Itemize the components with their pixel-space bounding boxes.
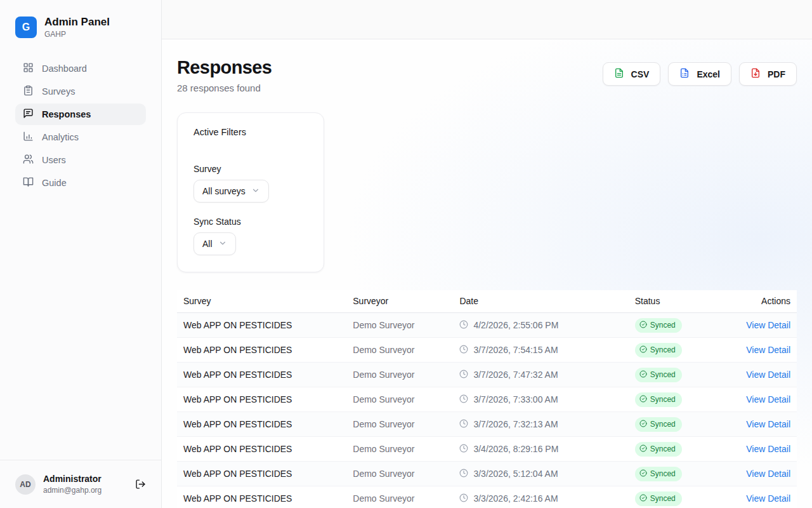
view-detail-link[interactable]: View Detail — [746, 320, 790, 330]
sidebar-item-analytics[interactable]: Analytics — [15, 126, 146, 148]
sidebar-item-label: Users — [42, 155, 66, 165]
column-header-actions: Actions — [737, 290, 797, 313]
user-section: AD Administrator admin@gahp.org — [0, 460, 161, 508]
survey-filter-label: Survey — [193, 164, 308, 174]
table-row: Web APP ON PESTICIDES Demo Surveyor 4/2/… — [177, 313, 797, 338]
surveyor-name: Demo Surveyor — [346, 313, 453, 338]
view-detail-link[interactable]: View Detail — [746, 394, 790, 404]
survey-name: Web APP ON PESTICIDES — [177, 412, 346, 437]
export-buttons: CSV Excel PDF — [603, 62, 797, 86]
topbar — [162, 0, 812, 39]
sidebar-item-surveys[interactable]: Surveys — [15, 81, 146, 102]
sidebar-item-guide[interactable]: Guide — [15, 172, 146, 194]
table-row: Web APP ON PESTICIDES Demo Surveyor 3/7/… — [177, 338, 797, 363]
table-row: Web APP ON PESTICIDES Demo Surveyor 3/7/… — [177, 387, 797, 412]
clock-icon — [459, 345, 468, 356]
check-circle-icon — [639, 420, 647, 429]
check-circle-icon — [639, 494, 647, 504]
sidebar-item-users[interactable]: Users — [15, 149, 146, 171]
status-badge: Synced — [635, 318, 682, 333]
check-circle-icon — [639, 395, 647, 404]
response-date: 3/7/2026, 7:33:00 AM — [473, 394, 558, 404]
clock-icon — [459, 444, 468, 455]
response-date: 3/3/2026, 2:42:16 AM — [473, 493, 558, 504]
results-count: 28 responses found — [177, 83, 272, 93]
view-detail-link[interactable]: View Detail — [746, 345, 790, 355]
clock-icon — [459, 469, 468, 479]
surveyor-name: Demo Surveyor — [346, 486, 453, 508]
view-detail-link[interactable]: View Detail — [746, 370, 790, 380]
export-excel-button[interactable]: Excel — [668, 62, 731, 86]
file-pdf-icon — [750, 68, 761, 80]
column-header-surveyor: Surveyor — [346, 290, 453, 313]
survey-name: Web APP ON PESTICIDES — [177, 462, 346, 486]
content: Responses 28 responses found CSV Excel — [162, 39, 812, 508]
chevron-down-icon — [218, 239, 227, 250]
view-detail-link[interactable]: View Detail — [746, 493, 790, 504]
sidebar: G Admin Panel GAHP Dashboard Surveys Res… — [0, 0, 162, 508]
export-pdf-button[interactable]: PDF — [739, 62, 797, 86]
chevron-down-icon — [251, 186, 260, 197]
app-subtitle: GAHP — [44, 30, 110, 39]
clock-icon — [459, 370, 468, 380]
survey-filter-select[interactable]: All surveys — [193, 180, 269, 203]
column-header-date: Date — [453, 290, 628, 313]
table-row: Web APP ON PESTICIDES Demo Surveyor 3/7/… — [177, 363, 797, 387]
view-detail-link[interactable]: View Detail — [746, 469, 790, 479]
table-header-row: Survey Surveyor Date Status Actions — [177, 290, 797, 313]
clock-icon — [459, 493, 468, 504]
status-badge-label: Synced — [650, 345, 676, 354]
responses-table: Survey Surveyor Date Status Actions Web … — [177, 290, 797, 508]
user-email: admin@gahp.org — [43, 486, 102, 495]
response-date: 3/7/2026, 7:32:13 AM — [473, 419, 558, 429]
clock-icon — [459, 419, 468, 430]
survey-name: Web APP ON PESTICIDES — [177, 437, 346, 462]
status-badge-label: Synced — [650, 420, 676, 429]
page-title: Responses — [177, 57, 272, 78]
table-row: Web APP ON PESTICIDES Demo Surveyor 3/3/… — [177, 462, 797, 486]
main-area: Responses 28 responses found CSV Excel — [162, 0, 812, 508]
status-badge: Synced — [635, 417, 682, 432]
status-badge-label: Synced — [650, 494, 676, 503]
sidebar-item-label: Guide — [42, 178, 67, 188]
message-icon — [23, 108, 34, 121]
check-circle-icon — [639, 469, 647, 479]
response-date: 3/7/2026, 7:47:32 AM — [473, 370, 558, 380]
table-row: Web APP ON PESTICIDES Demo Surveyor 3/7/… — [177, 412, 797, 437]
users-icon — [23, 154, 34, 166]
sidebar-nav: Dashboard Surveys Responses Analytics Us… — [0, 58, 161, 194]
sidebar-item-label: Surveys — [42, 86, 75, 97]
survey-name: Web APP ON PESTICIDES — [177, 387, 346, 412]
survey-name: Web APP ON PESTICIDES — [177, 486, 346, 508]
status-badge: Synced — [635, 442, 682, 457]
file-excel-icon — [679, 68, 690, 80]
clock-icon — [459, 320, 468, 331]
filters-title: Active Filters — [193, 127, 308, 137]
export-csv-button[interactable]: CSV — [603, 62, 661, 86]
surveyor-name: Demo Surveyor — [346, 412, 453, 437]
sync-status-filter-label: Sync Status — [193, 217, 308, 227]
view-detail-link[interactable]: View Detail — [746, 419, 790, 429]
status-badge-label: Synced — [650, 469, 676, 478]
logout-button[interactable] — [135, 479, 146, 490]
surveyor-name: Demo Surveyor — [346, 363, 453, 387]
sidebar-item-responses[interactable]: Responses — [15, 104, 146, 125]
file-csv-icon — [614, 68, 624, 80]
status-badge-label: Synced — [650, 370, 676, 379]
user-name: Administrator — [43, 474, 102, 485]
surveyor-name: Demo Surveyor — [346, 437, 453, 462]
status-badge: Synced — [635, 368, 682, 382]
export-csv-label: CSV — [631, 69, 650, 79]
view-detail-link[interactable]: View Detail — [746, 444, 790, 454]
status-badge: Synced — [635, 467, 682, 481]
response-date: 3/3/2026, 5:12:04 AM — [473, 469, 558, 479]
surveyor-name: Demo Surveyor — [346, 462, 453, 486]
sidebar-item-label: Responses — [42, 109, 91, 119]
sidebar-item-label: Analytics — [42, 132, 79, 142]
surveyor-name: Demo Surveyor — [346, 338, 453, 363]
clipboard-icon — [23, 85, 34, 98]
sync-status-filter-select[interactable]: All — [193, 232, 236, 255]
status-badge-label: Synced — [650, 321, 676, 330]
sidebar-item-dashboard[interactable]: Dashboard — [15, 58, 146, 79]
status-badge-label: Synced — [650, 395, 676, 404]
